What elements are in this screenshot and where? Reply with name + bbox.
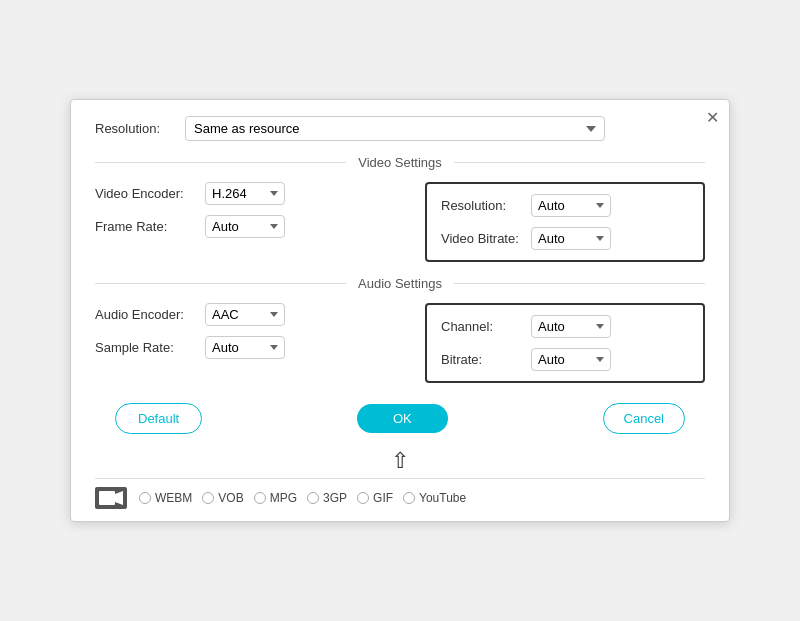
sample-rate-row: Sample Rate: Auto (95, 336, 415, 359)
video-encoder-select[interactable]: H.264 (205, 182, 285, 205)
audio-right-box: Channel: Auto Bitrate: Auto (425, 303, 705, 383)
video-settings-divider: Video Settings (95, 155, 705, 170)
channel-row: Channel: Auto (441, 315, 689, 338)
format-label-3gp: 3GP (323, 491, 347, 505)
cancel-button[interactable]: Cancel (603, 403, 685, 434)
audio-settings-divider: Audio Settings (95, 276, 705, 291)
audio-encoder-label: Audio Encoder: (95, 307, 205, 322)
format-label-vob: VOB (218, 491, 243, 505)
resolution-right-label: Resolution: (441, 198, 531, 213)
format-option-mpg[interactable]: MPG (254, 491, 297, 505)
format-option-webm[interactable]: WEBM (139, 491, 192, 505)
ok-button[interactable]: OK (357, 404, 448, 433)
format-label-mpg: MPG (270, 491, 297, 505)
resolution-right-row: Resolution: Auto (441, 194, 689, 217)
video-left-col: Video Encoder: H.264 Frame Rate: Auto (95, 182, 425, 238)
radio-mpg[interactable] (254, 492, 266, 504)
format-option-gif[interactable]: GIF (357, 491, 393, 505)
audio-left-col: Audio Encoder: AAC Sample Rate: Auto (95, 303, 425, 359)
divider-line-right (454, 162, 705, 163)
audio-divider-line-left (95, 283, 346, 284)
video-format-icon (95, 487, 127, 509)
channel-label: Channel: (441, 319, 531, 334)
resolution-right-select[interactable]: Auto (531, 194, 611, 217)
video-bitrate-select[interactable]: Auto (531, 227, 611, 250)
format-bar: WEBM VOB MPG 3GP GIF YouTube (95, 478, 705, 509)
video-bitrate-row: Video Bitrate: Auto (441, 227, 689, 250)
bitrate-label: Bitrate: (441, 352, 531, 367)
divider-line-left (95, 162, 346, 163)
default-button[interactable]: Default (115, 403, 202, 434)
audio-encoder-select[interactable]: AAC (205, 303, 285, 326)
sample-rate-label: Sample Rate: (95, 340, 205, 355)
format-label-gif: GIF (373, 491, 393, 505)
sample-rate-select[interactable]: Auto (205, 336, 285, 359)
arrow-container: ⇧ (95, 448, 705, 474)
channel-select[interactable]: Auto (531, 315, 611, 338)
video-settings-area: Video Encoder: H.264 Frame Rate: Auto Re… (95, 182, 705, 262)
audio-divider-line-right (454, 283, 705, 284)
format-option-vob[interactable]: VOB (202, 491, 243, 505)
radio-gif[interactable] (357, 492, 369, 504)
radio-youtube[interactable] (403, 492, 415, 504)
close-button[interactable]: ✕ (706, 108, 719, 127)
format-label-webm: WEBM (155, 491, 192, 505)
format-label-youtube: YouTube (419, 491, 466, 505)
radio-webm[interactable] (139, 492, 151, 504)
settings-dialog: ✕ Resolution: Same as resource Video Set… (70, 99, 730, 522)
buttons-row: Default OK Cancel (95, 403, 705, 434)
svg-rect-0 (99, 491, 115, 505)
frame-rate-select[interactable]: Auto (205, 215, 285, 238)
frame-rate-row: Frame Rate: Auto (95, 215, 415, 238)
up-arrow-icon: ⇧ (391, 448, 409, 474)
svg-marker-1 (115, 491, 123, 505)
bitrate-select[interactable]: Auto (531, 348, 611, 371)
video-encoder-label: Video Encoder: (95, 186, 205, 201)
audio-settings-area: Audio Encoder: AAC Sample Rate: Auto Cha… (95, 303, 705, 383)
top-resolution-row: Resolution: Same as resource (95, 116, 705, 141)
bitrate-row: Bitrate: Auto (441, 348, 689, 371)
video-encoder-row: Video Encoder: H.264 (95, 182, 415, 205)
video-icon-svg (99, 490, 123, 506)
format-option-youtube[interactable]: YouTube (403, 491, 466, 505)
audio-encoder-row: Audio Encoder: AAC (95, 303, 415, 326)
video-right-box: Resolution: Auto Video Bitrate: Auto (425, 182, 705, 262)
video-bitrate-label: Video Bitrate: (441, 231, 531, 246)
video-settings-title: Video Settings (346, 155, 454, 170)
resolution-select[interactable]: Same as resource (185, 116, 605, 141)
radio-3gp[interactable] (307, 492, 319, 504)
format-option-3gp[interactable]: 3GP (307, 491, 347, 505)
resolution-label: Resolution: (95, 121, 185, 136)
audio-settings-title: Audio Settings (346, 276, 454, 291)
radio-vob[interactable] (202, 492, 214, 504)
frame-rate-label: Frame Rate: (95, 219, 205, 234)
